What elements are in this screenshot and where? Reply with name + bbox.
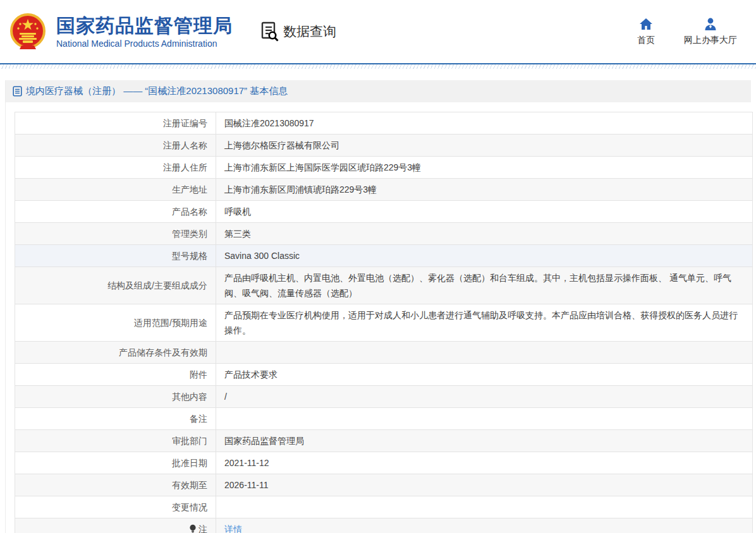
site-header: 国家药品监督管理局 National Medical Products Admi… (0, 0, 756, 63)
field-value: 上海市浦东新区周浦镇琥珀路229号3幢 (216, 179, 753, 201)
field-value: 上海德尔格医疗器械有限公司 (216, 135, 753, 157)
field-label: 管理类别 (15, 223, 216, 245)
field-label: 型号规格 (15, 245, 216, 267)
field-label: 审批部门 (15, 430, 216, 452)
field-label: 注册证编号 (15, 112, 216, 135)
data-query-label: 数据查询 (283, 23, 336, 40)
brand-home-link[interactable]: 国家药品监督管理局 National Medical Products Admi… (9, 13, 233, 51)
table-row: 有效期至2026-11-11 (15, 474, 753, 496)
page-titlebar: 境内医疗器械（注册） —— “国械注准20213080917” 基本信息 (6, 80, 751, 102)
field-label: 其他内容 (15, 386, 216, 408)
field-label: 注册人住所 (15, 157, 216, 179)
field-label: 备注 (15, 408, 216, 430)
table-row: 批准日期2021-11-12 (15, 452, 753, 474)
table-row: 审批部门国家药品监督管理局 (15, 430, 753, 452)
header-stripe-band (0, 64, 756, 69)
table-row: 型号规格Savina 300 Classic (15, 245, 753, 267)
nav-label: 网上办事大厅 (684, 35, 737, 46)
field-label: 产品储存条件及有效期 (15, 342, 216, 364)
table-row: 备注 (15, 408, 753, 430)
field-value: 呼吸机 (216, 201, 753, 223)
table-row: 注详情 (15, 518, 753, 533)
bulb-icon (189, 524, 197, 533)
field-label: 批准日期 (15, 452, 216, 474)
table-row: 其他内容/ (15, 386, 753, 408)
table-row: 生产地址上海市浦东新区周浦镇琥珀路229号3幢 (15, 179, 753, 201)
nav-item-service-hall[interactable]: 网上办事大厅 (684, 18, 737, 46)
home-icon (639, 18, 653, 30)
table-row: 注册证编号国械注准20213080917 (15, 112, 753, 135)
table-row: 变更情况 (15, 496, 753, 518)
field-value: 2026-11-11 (216, 474, 753, 496)
field-value: 国家药品监督管理局 (216, 430, 753, 452)
field-label: 结构及组成/主要组成成分 (15, 267, 216, 304)
field-label: 有效期至 (15, 474, 216, 496)
org-name-en: National Medical Products Administration (56, 39, 233, 49)
field-value (216, 408, 753, 430)
field-value: 上海市浦东新区上海国际医学园区琥珀路229号3幢 (216, 157, 753, 179)
field-value (216, 496, 753, 518)
field-label: 注册人名称 (15, 135, 216, 157)
field-label: 适用范围/预期用途 (15, 304, 216, 342)
national-emblem-icon (9, 13, 47, 51)
table-row: 管理类别第三类 (15, 223, 753, 245)
field-value: 详情 (216, 518, 753, 533)
field-label: 注 (15, 518, 216, 533)
detail-link[interactable]: 详情 (224, 524, 242, 533)
data-query-tab[interactable]: 数据查询 (260, 21, 336, 42)
field-value (216, 342, 753, 364)
main-content: 境内医疗器械（注册） —— “国械注准20213080917” 基本信息 注册证… (5, 80, 751, 533)
field-value: 产品技术要求 (216, 364, 753, 386)
page-title: 境内医疗器械（注册） —— “国械注准20213080917” 基本信息 (26, 85, 288, 97)
field-value: 国械注准20213080917 (216, 112, 753, 135)
table-row: 注册人住所上海市浦东新区上海国际医学园区琥珀路229号3幢 (15, 157, 753, 179)
top-nav: 首页 网上办事大厅 (637, 18, 737, 46)
field-value: / (216, 386, 753, 408)
brand-text: 国家药品监督管理局 National Medical Products Admi… (56, 15, 233, 49)
nav-label: 首页 (637, 35, 655, 46)
nav-item-home[interactable]: 首页 (637, 18, 655, 46)
info-table-body: 注册证编号国械注准20213080917注册人名称上海德尔格医疗器械有限公司注册… (15, 112, 753, 533)
field-label: 产品名称 (15, 201, 216, 223)
field-label: 生产地址 (15, 179, 216, 201)
table-row: 注册人名称上海德尔格医疗器械有限公司 (15, 135, 753, 157)
table-row: 产品储存条件及有效期 (15, 342, 753, 364)
field-label: 变更情况 (15, 496, 216, 518)
field-value: 第三类 (216, 223, 753, 245)
org-name-zh: 国家药品监督管理局 (56, 15, 233, 37)
field-value: 2021-11-12 (216, 452, 753, 474)
field-value: 产品预期在专业医疗机构使用，适用于对成人和小儿患者进行通气辅助及呼吸支持。本产品… (216, 304, 753, 342)
table-row: 产品名称呼吸机 (15, 201, 753, 223)
user-icon (704, 18, 717, 30)
field-label: 附件 (15, 364, 216, 386)
field-value: 产品由呼吸机主机、内置电池、外置电池（选配）、雾化器（选配）和台车组成。其中，主… (216, 267, 753, 304)
field-value: Savina 300 Classic (216, 245, 753, 267)
registration-info-table: 注册证编号国械注准20213080917注册人名称上海德尔格医疗器械有限公司注册… (15, 112, 753, 533)
table-row: 附件产品技术要求 (15, 364, 753, 386)
table-row: 结构及组成/主要组成成分产品由呼吸机主机、内置电池、外置电池（选配）、雾化器（选… (15, 267, 753, 304)
document-search-icon (260, 21, 279, 42)
document-icon (13, 86, 22, 97)
table-row: 适用范围/预期用途产品预期在专业医疗机构使用，适用于对成人和小儿患者进行通气辅助… (15, 304, 753, 342)
